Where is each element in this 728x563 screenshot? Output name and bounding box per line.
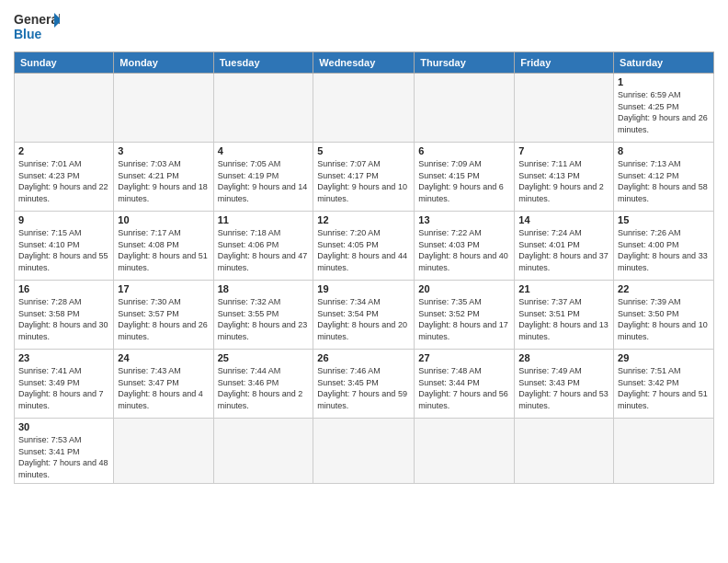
- calendar-cell: 17Sunrise: 7:30 AMSunset: 3:57 PMDayligh…: [114, 281, 213, 350]
- calendar-cell: 9Sunrise: 7:15 AMSunset: 4:10 PMDaylight…: [15, 212, 114, 281]
- day-number: 3: [118, 145, 209, 156]
- svg-text:Blue: Blue: [14, 27, 42, 41]
- day-number: 10: [118, 214, 209, 225]
- day-number: 15: [618, 214, 710, 225]
- calendar-cell: [515, 74, 614, 143]
- day-info: Sunrise: 6:59 AMSunset: 4:25 PMDaylight:…: [618, 89, 710, 135]
- day-info: Sunrise: 7:18 AMSunset: 4:06 PMDaylight:…: [218, 227, 310, 273]
- calendar-week-row: 9Sunrise: 7:15 AMSunset: 4:10 PMDaylight…: [15, 212, 714, 281]
- calendar-cell: [15, 74, 114, 143]
- calendar-cell: 10Sunrise: 7:17 AMSunset: 4:08 PMDayligh…: [114, 212, 213, 281]
- day-info: Sunrise: 7:53 AMSunset: 3:41 PMDaylight:…: [18, 434, 109, 480]
- day-number: 21: [518, 283, 609, 294]
- day-info: Sunrise: 7:01 AMSunset: 4:23 PMDaylight:…: [18, 158, 109, 204]
- calendar-cell: [114, 419, 213, 484]
- calendar-cell: 12Sunrise: 7:20 AMSunset: 4:05 PMDayligh…: [313, 212, 415, 281]
- calendar-cell: [213, 419, 313, 484]
- calendar-cell: 19Sunrise: 7:34 AMSunset: 3:54 PMDayligh…: [313, 281, 415, 350]
- day-number: 4: [218, 145, 310, 156]
- day-number: 27: [418, 352, 510, 363]
- day-number: 6: [418, 145, 510, 156]
- day-info: Sunrise: 7:35 AMSunset: 3:52 PMDaylight:…: [418, 296, 510, 342]
- calendar-cell: 29Sunrise: 7:51 AMSunset: 3:42 PMDayligh…: [614, 350, 714, 419]
- calendar-cell: [415, 419, 515, 484]
- calendar-header-row: SundayMondayTuesdayWednesdayThursdayFrid…: [15, 52, 714, 74]
- day-info: Sunrise: 7:15 AMSunset: 4:10 PMDaylight:…: [18, 227, 109, 273]
- logo-svg: General Blue: [14, 9, 60, 44]
- day-number: 18: [218, 283, 310, 294]
- calendar-cell: [114, 74, 213, 143]
- col-header-tuesday: Tuesday: [213, 52, 313, 74]
- logo: General Blue: [14, 9, 60, 44]
- day-info: Sunrise: 7:41 AMSunset: 3:49 PMDaylight:…: [18, 365, 109, 411]
- day-info: Sunrise: 7:07 AMSunset: 4:17 PMDaylight:…: [317, 158, 410, 204]
- calendar-cell: 18Sunrise: 7:32 AMSunset: 3:55 PMDayligh…: [213, 281, 313, 350]
- day-info: Sunrise: 7:34 AMSunset: 3:54 PMDaylight:…: [317, 296, 410, 342]
- calendar-cell: 15Sunrise: 7:26 AMSunset: 4:00 PMDayligh…: [614, 212, 714, 281]
- calendar-cell: [614, 419, 714, 484]
- header: General Blue: [14, 9, 714, 44]
- day-number: 5: [317, 145, 410, 156]
- calendar-cell: 23Sunrise: 7:41 AMSunset: 3:49 PMDayligh…: [15, 350, 114, 419]
- day-number: 24: [118, 352, 209, 363]
- day-number: 19: [317, 283, 410, 294]
- day-info: Sunrise: 7:17 AMSunset: 4:08 PMDaylight:…: [118, 227, 209, 273]
- day-number: 9: [18, 214, 109, 225]
- calendar-cell: [313, 419, 415, 484]
- calendar-cell: 26Sunrise: 7:46 AMSunset: 3:45 PMDayligh…: [313, 350, 415, 419]
- day-info: Sunrise: 7:11 AMSunset: 4:13 PMDaylight:…: [518, 158, 609, 204]
- svg-text:General: General: [14, 12, 60, 27]
- calendar-cell: 7Sunrise: 7:11 AMSunset: 4:13 PMDaylight…: [515, 143, 614, 212]
- calendar-cell: 25Sunrise: 7:44 AMSunset: 3:46 PMDayligh…: [213, 350, 313, 419]
- calendar-table: SundayMondayTuesdayWednesdayThursdayFrid…: [14, 52, 714, 484]
- day-info: Sunrise: 7:24 AMSunset: 4:01 PMDaylight:…: [518, 227, 609, 273]
- calendar-cell: [515, 419, 614, 484]
- col-header-monday: Monday: [114, 52, 213, 74]
- day-info: Sunrise: 7:44 AMSunset: 3:46 PMDaylight:…: [218, 365, 310, 411]
- day-info: Sunrise: 7:51 AMSunset: 3:42 PMDaylight:…: [618, 365, 710, 411]
- calendar-cell: 24Sunrise: 7:43 AMSunset: 3:47 PMDayligh…: [114, 350, 213, 419]
- day-number: 22: [618, 283, 710, 294]
- calendar-cell: [415, 74, 515, 143]
- day-number: 16: [18, 283, 109, 294]
- day-info: Sunrise: 7:20 AMSunset: 4:05 PMDaylight:…: [317, 227, 410, 273]
- day-number: 14: [518, 214, 609, 225]
- calendar-week-row: 2Sunrise: 7:01 AMSunset: 4:23 PMDaylight…: [15, 143, 714, 212]
- day-number: 12: [317, 214, 410, 225]
- calendar-cell: [313, 74, 415, 143]
- day-number: 25: [218, 352, 310, 363]
- calendar-cell: 21Sunrise: 7:37 AMSunset: 3:51 PMDayligh…: [515, 281, 614, 350]
- day-info: Sunrise: 7:26 AMSunset: 4:00 PMDaylight:…: [618, 227, 710, 273]
- col-header-wednesday: Wednesday: [313, 52, 415, 74]
- calendar-cell: 13Sunrise: 7:22 AMSunset: 4:03 PMDayligh…: [415, 212, 515, 281]
- day-number: 8: [618, 145, 710, 156]
- calendar-cell: 30Sunrise: 7:53 AMSunset: 3:41 PMDayligh…: [15, 419, 114, 484]
- calendar-week-row: 16Sunrise: 7:28 AMSunset: 3:58 PMDayligh…: [15, 281, 714, 350]
- day-info: Sunrise: 7:09 AMSunset: 4:15 PMDaylight:…: [418, 158, 510, 204]
- day-info: Sunrise: 7:32 AMSunset: 3:55 PMDaylight:…: [218, 296, 310, 342]
- calendar-cell: 1Sunrise: 6:59 AMSunset: 4:25 PMDaylight…: [614, 74, 714, 143]
- day-number: 1: [618, 76, 710, 87]
- day-info: Sunrise: 7:05 AMSunset: 4:19 PMDaylight:…: [218, 158, 310, 204]
- calendar-cell: 22Sunrise: 7:39 AMSunset: 3:50 PMDayligh…: [614, 281, 714, 350]
- day-number: 20: [418, 283, 510, 294]
- calendar-cell: 20Sunrise: 7:35 AMSunset: 3:52 PMDayligh…: [415, 281, 515, 350]
- day-info: Sunrise: 7:49 AMSunset: 3:43 PMDaylight:…: [518, 365, 609, 411]
- day-number: 7: [518, 145, 609, 156]
- calendar-week-row: 1Sunrise: 6:59 AMSunset: 4:25 PMDaylight…: [15, 74, 714, 143]
- day-number: 23: [18, 352, 109, 363]
- day-number: 11: [218, 214, 310, 225]
- col-header-sunday: Sunday: [15, 52, 114, 74]
- day-number: 29: [618, 352, 710, 363]
- day-info: Sunrise: 7:03 AMSunset: 4:21 PMDaylight:…: [118, 158, 209, 204]
- day-info: Sunrise: 7:39 AMSunset: 3:50 PMDaylight:…: [618, 296, 710, 342]
- day-number: 30: [18, 421, 109, 432]
- day-number: 2: [18, 145, 109, 156]
- calendar-cell: 28Sunrise: 7:49 AMSunset: 3:43 PMDayligh…: [515, 350, 614, 419]
- calendar-cell: 14Sunrise: 7:24 AMSunset: 4:01 PMDayligh…: [515, 212, 614, 281]
- day-number: 17: [118, 283, 209, 294]
- day-info: Sunrise: 7:48 AMSunset: 3:44 PMDaylight:…: [418, 365, 510, 411]
- calendar-cell: 6Sunrise: 7:09 AMSunset: 4:15 PMDaylight…: [415, 143, 515, 212]
- day-info: Sunrise: 7:28 AMSunset: 3:58 PMDaylight:…: [18, 296, 109, 342]
- day-number: 28: [518, 352, 609, 363]
